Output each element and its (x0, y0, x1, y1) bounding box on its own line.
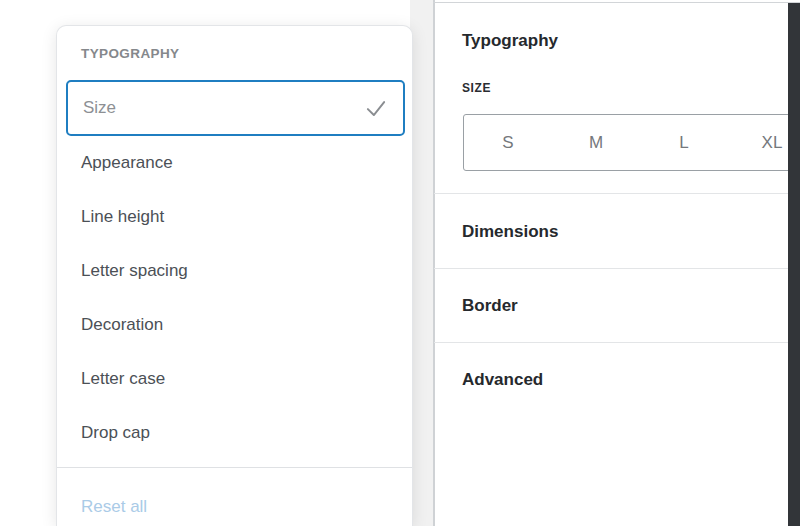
menu-item-drop-cap[interactable]: Drop cap (57, 406, 412, 460)
checkmark-icon (363, 95, 389, 121)
reset-all-button[interactable]: Reset all (81, 497, 147, 517)
font-size-option-l[interactable]: L (640, 115, 728, 170)
panel-border[interactable]: Border (462, 296, 518, 316)
panel-divider (434, 268, 788, 269)
sidebar-top-border (433, 2, 800, 3)
menu-item-line-height[interactable]: Line height (57, 190, 412, 244)
editor-edge-strip (788, 3, 800, 526)
editor-stage: Typography SIZE S M L XL Dimensions Bord… (0, 0, 800, 526)
popover-header: TYPOGRAPHY (57, 26, 412, 80)
typography-panel-title: Typography (462, 31, 558, 51)
menu-item-size-selected[interactable]: Size (66, 80, 405, 136)
panel-advanced[interactable]: Advanced (462, 370, 543, 390)
panel-dimensions[interactable]: Dimensions (462, 222, 558, 242)
font-size-option-s[interactable]: S (464, 115, 552, 170)
reset-all-row: Reset all (57, 468, 412, 526)
size-control-label: SIZE (462, 81, 491, 95)
menu-item-letter-spacing[interactable]: Letter spacing (57, 244, 412, 298)
canvas-gutter (410, 0, 433, 526)
settings-sidebar: Typography SIZE S M L XL Dimensions Bord… (435, 0, 788, 526)
menu-item-appearance[interactable]: Appearance (57, 136, 412, 190)
menu-item-size-label: Size (83, 98, 116, 118)
font-size-segmented-control: S M L XL (463, 114, 800, 171)
menu-item-letter-case[interactable]: Letter case (57, 352, 412, 406)
menu-item-decoration[interactable]: Decoration (57, 298, 412, 352)
font-size-option-m[interactable]: M (552, 115, 640, 170)
panel-divider (434, 193, 788, 194)
panel-divider (434, 342, 788, 343)
typography-options-popover: TYPOGRAPHY Size Appearance Line height L… (56, 25, 413, 526)
